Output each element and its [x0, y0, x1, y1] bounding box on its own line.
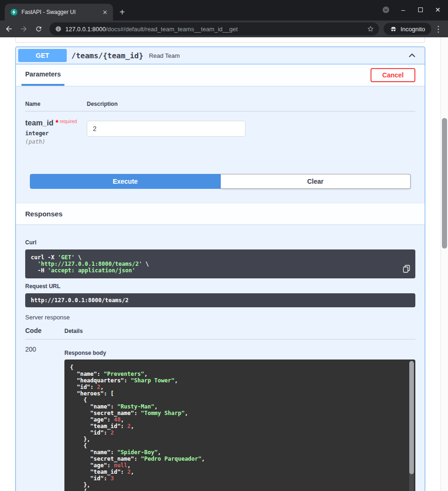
- new-tab-button[interactable]: +: [119, 7, 125, 17]
- reload-button[interactable]: [32, 22, 46, 36]
- response-body-block: { "name": "Preventers", "headquarters": …: [64, 360, 415, 491]
- response-table-headers: Code Details: [25, 327, 415, 339]
- endpoint-summary: Read Team: [149, 52, 407, 59]
- url-text: 127.0.0.1:8000/docs#/default/read_team_t…: [65, 26, 363, 33]
- chevron-up-icon: [407, 51, 417, 60]
- reload-icon: [35, 25, 42, 33]
- fastapi-favicon-icon: [10, 8, 18, 16]
- description-column-header: Description: [87, 101, 118, 107]
- browser-titlebar: FastAPI - Swagger UI ✕ + – ✕: [0, 0, 448, 21]
- url-path: /docs#/default/read_team_teams__team_id_…: [106, 26, 238, 33]
- curl-label: Curl: [25, 239, 415, 246]
- browser-menu-button[interactable]: ⋮: [432, 24, 444, 34]
- parameters-table: Name Description team_id *required integ…: [16, 86, 425, 164]
- request-url-value: http://127.0.0.1:8000/teams/2: [25, 293, 415, 307]
- copy-to-clipboard-button[interactable]: [402, 263, 411, 274]
- window-close-button[interactable]: ✕: [434, 6, 441, 14]
- team-id-input[interactable]: [87, 121, 245, 137]
- parameter-name-cell: team_id *required integer (path): [25, 119, 87, 164]
- clear-button[interactable]: Clear: [221, 174, 411, 189]
- status-code: 200: [25, 346, 64, 491]
- required-label: required: [58, 119, 77, 124]
- details-column-header: Details: [64, 328, 83, 334]
- endpoint-path[interactable]: /teams/{team_id}: [71, 51, 143, 60]
- forward-button[interactable]: [17, 22, 31, 36]
- response-body-label: Response body: [64, 350, 415, 356]
- address-bar[interactable]: 127.0.0.1:8000/docs#/default/read_team_t…: [49, 22, 379, 35]
- incognito-icon: [390, 25, 397, 33]
- response-body-scrollbar-thumb[interactable]: [409, 361, 414, 474]
- chevron-down-icon: [382, 6, 390, 14]
- responses-section-header: Responses: [16, 203, 425, 224]
- tab-title: FastAPI - Swagger UI: [21, 9, 97, 15]
- page-info-icon[interactable]: [55, 26, 62, 32]
- execute-button[interactable]: Execute: [30, 174, 221, 189]
- page-scrollbar-track: [441, 37, 448, 491]
- browser-navbar: 127.0.0.1:8000/docs#/default/read_team_t…: [0, 21, 448, 37]
- curl-command-block: curl -X 'GET' \ 'http://127.0.0.1:8000/t…: [25, 249, 415, 278]
- forward-arrow-icon: [20, 25, 28, 33]
- tab-close-icon[interactable]: ✕: [101, 8, 109, 16]
- request-url-label: Request URL: [25, 283, 415, 290]
- back-arrow-icon: [5, 25, 13, 33]
- response-body-scrollbar-track: [409, 361, 414, 491]
- parameter-description-cell: [87, 119, 245, 164]
- response-body-json: { "name": "Preventers", "headquarters": …: [70, 364, 403, 491]
- page-scrollbar-thumb[interactable]: [442, 118, 447, 249]
- swagger-page: GET /teams/{team_id} Read Team Parameter…: [0, 37, 448, 491]
- back-button[interactable]: [2, 22, 16, 36]
- tab-search-button[interactable]: [382, 6, 390, 14]
- opblock-get-teams-team-id: GET /teams/{team_id} Read Team Parameter…: [15, 47, 425, 491]
- parameters-section-header: Parameters Cancel: [16, 64, 425, 86]
- curl-command-code: curl -X 'GET' \ 'http://127.0.0.1:8000/t…: [31, 254, 395, 274]
- url-host: 127.0.0.1:8000: [65, 26, 106, 33]
- collapse-button[interactable]: [407, 51, 417, 60]
- window-controls: – ✕: [382, 6, 441, 14]
- responses-title: Responses: [25, 210, 415, 218]
- method-badge: GET: [18, 49, 67, 62]
- opblock-summary[interactable]: GET /teams/{team_id} Read Team: [16, 47, 425, 64]
- parameters-tab-label: Parameters: [25, 70, 61, 78]
- maximize-button[interactable]: [417, 6, 424, 14]
- copy-icon: [403, 265, 410, 273]
- tab-parameters[interactable]: Parameters: [21, 64, 64, 86]
- name-column-header: Name: [25, 101, 87, 107]
- parameter-location: (path): [25, 138, 87, 145]
- minimize-button[interactable]: –: [399, 6, 407, 14]
- execute-wrapper: Execute Clear: [30, 174, 411, 189]
- parameters-table-headers: Name Description: [25, 101, 415, 111]
- parameter-name-text: team_id: [25, 119, 53, 127]
- cancel-button[interactable]: Cancel: [371, 68, 415, 82]
- maximize-icon: [418, 7, 423, 12]
- responses-content: Curl curl -X 'GET' \ 'http://127.0.0.1:8…: [16, 224, 425, 491]
- bookmark-star-icon[interactable]: [367, 25, 374, 33]
- previous-section-edge: [15, 37, 425, 43]
- parameter-name: team_id *required: [25, 119, 87, 127]
- parameter-row: team_id *required integer (path): [25, 111, 415, 164]
- server-response-label: Server response: [25, 314, 415, 321]
- response-details-cell: Response body { "name": "Preventers", "h…: [64, 346, 415, 491]
- browser-tab[interactable]: FastAPI - Swagger UI ✕: [5, 4, 113, 21]
- code-column-header: Code: [25, 327, 64, 334]
- incognito-badge: Incognito: [384, 23, 431, 35]
- parameter-type: integer: [25, 130, 87, 137]
- incognito-label: Incognito: [400, 26, 425, 33]
- response-row: 200 Response body { "name": "Preventers"…: [25, 339, 415, 491]
